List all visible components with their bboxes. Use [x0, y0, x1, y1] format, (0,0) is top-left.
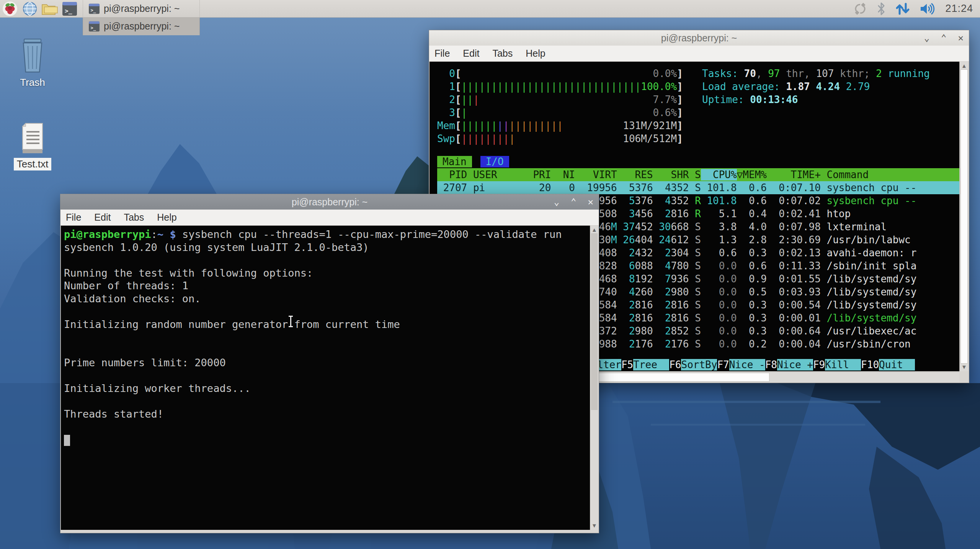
scrollbar-thumb[interactable]: [591, 233, 598, 410]
window-title: pi@raspberrypi: ~: [429, 33, 969, 44]
terminal-line: pi@raspberrypi:~ $ sysbench cpu --thread…: [64, 228, 590, 241]
task-button-label: pi@raspberrypi: ~: [104, 21, 180, 32]
cpu-meter: 3[| 0.6%]: [437, 106, 959, 119]
terminal-launcher-button[interactable]: >_: [60, 0, 80, 18]
cpu-meter: Swp[||||||||| 106M/512M]: [437, 132, 959, 145]
terminal-line: Initializing random number generator fro…: [64, 318, 590, 331]
terminal-line: [64, 421, 590, 434]
menu-file[interactable]: File: [434, 48, 450, 59]
task-button-area: ~/Desktop/Test.txt - ..>_pi@raspberrypi:…: [80, 0, 200, 35]
desktop: >_ ~/Desktop/Test.txt - ..>_pi@raspberry…: [0, 0, 980, 549]
desktop-icon-label: Test.txt: [14, 158, 51, 170]
fkey-f10[interactable]: F10Quit: [861, 358, 915, 371]
terminal-line: [64, 369, 590, 382]
menu-button[interactable]: [0, 0, 20, 18]
text-cursor-pointer: [290, 316, 291, 326]
htop-tabs: MainI/O: [437, 155, 959, 168]
clock[interactable]: 21:24: [945, 3, 973, 15]
terminal-window-titlebar[interactable]: pi@raspberrypi: ~ ⌄ ⌃ ✕: [60, 194, 599, 210]
terminal-line: Prime numbers limit: 20000: [64, 356, 590, 369]
scrollbar-thumb[interactable]: [960, 69, 968, 364]
maximize-icon[interactable]: ⌃: [571, 197, 576, 206]
terminal-screen[interactable]: pi@raspberrypi:~ $ sysbench cpu --thread…: [61, 226, 590, 530]
text-file-icon: [8, 123, 57, 155]
terminal-icon: >_: [88, 3, 100, 14]
fkey-f8[interactable]: F8Nice +: [765, 358, 813, 371]
task-button-1[interactable]: >_pi@raspberrypi: ~: [83, 0, 200, 18]
menu-edit[interactable]: Edit: [463, 48, 479, 59]
menu-file[interactable]: File: [66, 212, 81, 223]
terminal-line: Threads started!: [64, 408, 590, 421]
summary-line: Tasks: 70, 97 thr, 107 kthr; 2 running: [702, 67, 930, 80]
terminal-line: Running the test with following options:: [64, 267, 590, 280]
file-manager-button[interactable]: [40, 0, 60, 18]
svg-text:>_: >_: [90, 8, 96, 13]
terminal-line: Validation checks: on.: [64, 292, 590, 305]
terminal-line: Number of threads: 1: [64, 279, 590, 292]
desktop-icon-label: Trash: [8, 77, 57, 88]
tab-io[interactable]: I/O: [480, 156, 509, 167]
taskbar: >_ ~/Desktop/Test.txt - ..>_pi@raspberry…: [0, 0, 980, 18]
scroll-down-icon[interactable]: ▼: [590, 522, 598, 529]
summary-line: Load average: 1.87 4.24 2.79: [702, 80, 930, 93]
volume-icon[interactable]: [920, 2, 935, 15]
menu-tabs[interactable]: Tabs: [124, 212, 144, 223]
terminal-line: [64, 305, 590, 318]
svg-text:>_: >_: [65, 7, 72, 15]
fkey-f6[interactable]: F6SortBy: [669, 358, 717, 371]
scroll-up-icon[interactable]: ▲: [960, 62, 969, 69]
menu-tabs[interactable]: Tabs: [492, 48, 513, 59]
maximize-icon[interactable]: ⌃: [941, 33, 946, 43]
task-button-2[interactable]: >_pi@raspberrypi: ~: [83, 18, 200, 35]
process-table-header[interactable]: PID USER PRI NI VIRT RES SHR S CPU%▽MEM%…: [437, 168, 959, 181]
desktop-icon-testtxt[interactable]: Test.txt: [8, 123, 57, 170]
terminal-line: sysbench 1.0.20 (using system LuaJIT 2.1…: [64, 241, 590, 254]
updates-icon[interactable]: [853, 2, 867, 16]
raspberry-icon: [2, 1, 18, 16]
fkey-f5[interactable]: F5Tree: [621, 358, 669, 371]
sysbench-terminal-window: pi@raspberrypi: ~ ⌄ ⌃ ✕ FileEditTabsHelp…: [60, 194, 599, 533]
close-icon[interactable]: ✕: [958, 33, 964, 43]
htop-vertical-scrollbar[interactable]: ▲ ▼: [959, 62, 969, 371]
htop-menubar: FileEditTabsHelp: [429, 46, 969, 62]
htop-window-titlebar[interactable]: pi@raspberrypi: ~ ⌄ ⌃ ✕: [429, 30, 969, 46]
fkey-f9[interactable]: F9Kill: [813, 358, 861, 371]
terminal-line: [64, 433, 590, 446]
terminal-line: Initializing worker threads...: [64, 382, 590, 395]
tab-main[interactable]: Main: [437, 156, 472, 167]
task-button-label: pi@raspberrypi: ~: [104, 3, 180, 14]
tasks-summary: Tasks: 70, 97 thr, 107 kthr; 2 runningLo…: [702, 67, 930, 106]
minimize-icon[interactable]: ⌄: [924, 33, 929, 43]
bluetooth-icon[interactable]: [877, 2, 885, 15]
network-icon[interactable]: [895, 2, 910, 15]
globe-icon: [22, 1, 38, 16]
summary-line: Uptime: 00:13:46: [702, 93, 930, 106]
menu-help[interactable]: Help: [526, 48, 545, 59]
close-icon[interactable]: ✕: [588, 197, 593, 206]
process-row[interactable]: 2707 pi 20 0 19956 5376 4352 S 101.8 0.6…: [437, 181, 959, 194]
cpu-meter: Mem[||||||||||||||||| 131M/921M]: [437, 119, 959, 132]
system-tray: 21:24: [853, 2, 980, 16]
terminal-line: [64, 331, 590, 344]
menu-help[interactable]: Help: [157, 212, 176, 223]
terminal-menubar: FileEditTabsHelp: [60, 210, 599, 226]
terminal-line: [64, 254, 590, 267]
minimize-icon[interactable]: ⌄: [554, 197, 559, 206]
scroll-down-icon[interactable]: ▼: [960, 364, 969, 370]
terminal-line: [64, 395, 590, 408]
desktop-icon-trash[interactable]: Trash: [8, 38, 57, 88]
terminal-icon: >_: [88, 21, 100, 32]
terminal-icon: >_: [62, 2, 77, 16]
browser-button[interactable]: [20, 0, 40, 18]
terminal-vertical-scrollbar[interactable]: ▲ ▼: [590, 226, 598, 530]
terminal-line: [64, 344, 590, 357]
menu-edit[interactable]: Edit: [94, 212, 111, 223]
window-title: pi@raspberrypi: ~: [60, 197, 599, 208]
fkey-f7[interactable]: F7Nice -: [717, 358, 765, 371]
svg-text:>_: >_: [90, 25, 96, 31]
terminal-cursor: [64, 435, 70, 446]
folder-icon: [41, 2, 58, 16]
scroll-up-icon[interactable]: ▲: [590, 226, 598, 233]
trash-icon: [8, 38, 57, 74]
